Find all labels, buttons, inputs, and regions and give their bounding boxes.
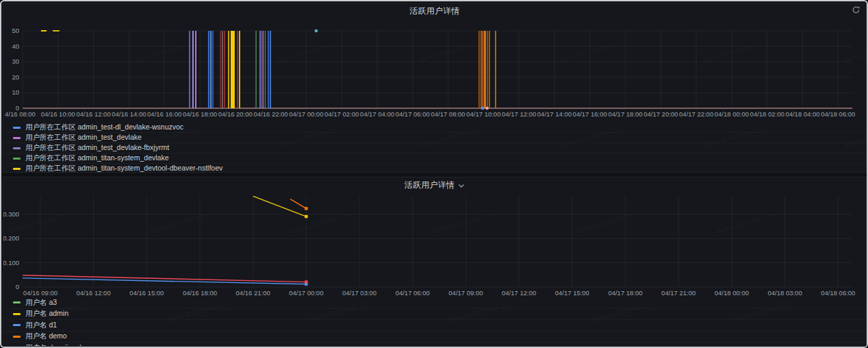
legend-swatch bbox=[13, 324, 21, 326]
x-tick-label: 04/16 14:00 bbox=[112, 110, 146, 118]
legend-item[interactable]: 用户所在工作区 admin_titan-system_devlake bbox=[3, 153, 866, 163]
legend-item[interactable]: 用户名 d1 bbox=[3, 319, 866, 331]
x-tick-label: 04/18 04:00 bbox=[785, 110, 819, 118]
panel2-legend: 用户名 a3用户名 admin用户名 d1用户名 demo用户名 dengjia… bbox=[3, 297, 866, 347]
x-tick-label: 04/17 10:00 bbox=[466, 110, 500, 118]
legend-item[interactable]: 用户所在工作区 admin_test_devlake bbox=[3, 132, 866, 142]
legend-item[interactable]: 用户名 dengjianshen bbox=[3, 342, 866, 347]
data-point bbox=[315, 29, 318, 33]
x-tick-label: 04/17 00:00 bbox=[289, 289, 323, 297]
x-tick-label: 04/16 18:00 bbox=[183, 289, 217, 297]
x-tick-label: 04/16 18:00 bbox=[183, 110, 217, 118]
x-tick-label: 04/18 06:00 bbox=[821, 110, 855, 118]
legend-label: 用户名 dengjianshen bbox=[25, 343, 92, 347]
x-tick-label: 04/17 08:00 bbox=[431, 110, 465, 118]
panel1-legend: 用户所在工作区 admin_test-dl_devlake-wsnuzvoc用户… bbox=[3, 123, 866, 173]
x-tick-label: 04/17 20:00 bbox=[643, 110, 678, 118]
legend-swatch bbox=[13, 137, 21, 139]
x-tick-label: 04/18 00:00 bbox=[715, 289, 749, 297]
x-tick-label: 04/17 21:00 bbox=[661, 289, 695, 297]
y-tick-label: 20 bbox=[12, 73, 19, 81]
series-end-point bbox=[305, 215, 307, 218]
dashboard-frame: 活跃用户详情 4/16 08:0004/16 10:0004/16 12:000… bbox=[0, 0, 868, 348]
legend-item[interactable]: 用户名 demo bbox=[3, 331, 866, 343]
y-tick-label: 50 bbox=[12, 27, 19, 34]
x-tick-label: 04/18 00:00 bbox=[715, 110, 749, 118]
x-tick-label: 04/17 12:00 bbox=[502, 110, 536, 118]
x-tick-label: 04/18 06:00 bbox=[821, 289, 855, 297]
legend-label: 用户名 demo bbox=[25, 332, 67, 341]
legend-label: 用户所在工作区 admin_titan-system_devtool-dbeav… bbox=[25, 164, 222, 173]
y-tick-label: 40 bbox=[12, 42, 19, 50]
y-tick-label: 0 bbox=[16, 104, 19, 112]
legend-swatch bbox=[13, 336, 21, 338]
legend-swatch bbox=[13, 147, 21, 149]
x-tick-label: 04/17 04:00 bbox=[360, 110, 394, 118]
legend-label: 用户所在工作区 admin_test_devlake-fbxjyrmt bbox=[25, 143, 169, 153]
legend-label: 用户名 a3 bbox=[25, 298, 57, 308]
x-tick-label: 04/18 03:00 bbox=[767, 289, 802, 297]
y-tick-label: 0.100 bbox=[3, 259, 19, 266]
x-tick-label: 04/16 21:00 bbox=[236, 289, 270, 297]
series-line bbox=[290, 199, 306, 209]
refresh-icon[interactable] bbox=[852, 5, 860, 14]
x-tick-label: 04/17 16:00 bbox=[573, 110, 607, 118]
x-tick-label: 04/17 06:00 bbox=[396, 110, 430, 118]
legend-label: 用户所在工作区 admin_test-dl_devlake-wsnuzvoc bbox=[25, 123, 183, 132]
legend-item[interactable]: 用户所在工作区 admin_test_devlake-fbxjyrmt bbox=[3, 142, 866, 153]
x-tick-label: 04/17 22:00 bbox=[679, 110, 713, 118]
legend-swatch bbox=[13, 168, 21, 170]
x-tick-label: 04/17 09:00 bbox=[448, 289, 483, 297]
legend-label: 用户名 admin bbox=[25, 309, 68, 319]
x-tick-label: 04/17 18:00 bbox=[608, 110, 642, 118]
legend-item[interactable]: 用户名 admin bbox=[3, 308, 866, 320]
legend-label: 用户所在工作区 admin_titan-system_devlake bbox=[25, 153, 168, 163]
legend-swatch bbox=[13, 158, 21, 160]
x-tick-label: 04/16 12:00 bbox=[76, 110, 110, 118]
x-tick-label: 04/17 06:00 bbox=[396, 289, 430, 297]
series-end-point bbox=[305, 207, 307, 210]
x-tick-label: 04/17 03:00 bbox=[342, 289, 376, 297]
legend-item[interactable]: 用户所在工作区 admin_test-dl_devlake-wsnuzvoc bbox=[3, 123, 866, 132]
series-line bbox=[253, 196, 307, 216]
x-tick-label: 04/17 00:00 bbox=[289, 110, 323, 118]
x-tick-label: 04/17 12:00 bbox=[502, 289, 536, 297]
y-tick-label: 30 bbox=[12, 58, 19, 65]
legend-label: 用户名 d1 bbox=[25, 321, 57, 330]
x-tick-label: 04/18 02:00 bbox=[750, 110, 784, 118]
x-tick-label: 04/17 02:00 bbox=[324, 110, 359, 118]
x-tick-label: 04/16 15:00 bbox=[129, 289, 164, 297]
legend-item[interactable]: 用户所在工作区 admin_titan-system_devtool-dbeav… bbox=[3, 163, 866, 173]
data-point bbox=[485, 107, 489, 110]
legend-label: 用户所在工作区 admin_test_devlake bbox=[25, 133, 142, 142]
legend-item[interactable]: 用户名 a3 bbox=[3, 297, 866, 308]
panel-active-users-spikes: 活跃用户详情 4/16 08:0004/16 10:0004/16 12:000… bbox=[3, 3, 867, 173]
y-tick-label: 0.300 bbox=[3, 210, 19, 218]
data-point bbox=[481, 107, 485, 110]
x-tick-label: 04/16 22:00 bbox=[253, 110, 288, 118]
x-tick-label: 4/16 08:00 bbox=[5, 110, 36, 118]
x-tick-label: 04/17 18:00 bbox=[608, 289, 642, 297]
x-tick-label: 04/16 16:00 bbox=[147, 110, 181, 118]
x-tick-label: 04/16 20:00 bbox=[218, 110, 253, 118]
legend-swatch bbox=[13, 301, 21, 303]
x-tick-label: 04/16 12:00 bbox=[76, 289, 110, 297]
panel-active-users-lines: 活跃用户详情 04/16 09:0004/16 12:0004/16 15:00… bbox=[3, 177, 867, 347]
y-tick-label: 10 bbox=[12, 88, 19, 96]
x-tick-label: 04/16 10:00 bbox=[41, 110, 75, 118]
y-tick-label: 0 bbox=[16, 283, 19, 290]
x-tick-label: 04/17 15:00 bbox=[555, 289, 589, 297]
x-tick-label: 04/17 14:00 bbox=[537, 110, 572, 118]
x-tick-label: 04/16 09:00 bbox=[23, 289, 58, 297]
legend-swatch bbox=[13, 127, 21, 129]
legend-swatch bbox=[13, 313, 21, 315]
series-end-point bbox=[305, 280, 307, 283]
y-tick-label: 0.200 bbox=[3, 234, 19, 242]
